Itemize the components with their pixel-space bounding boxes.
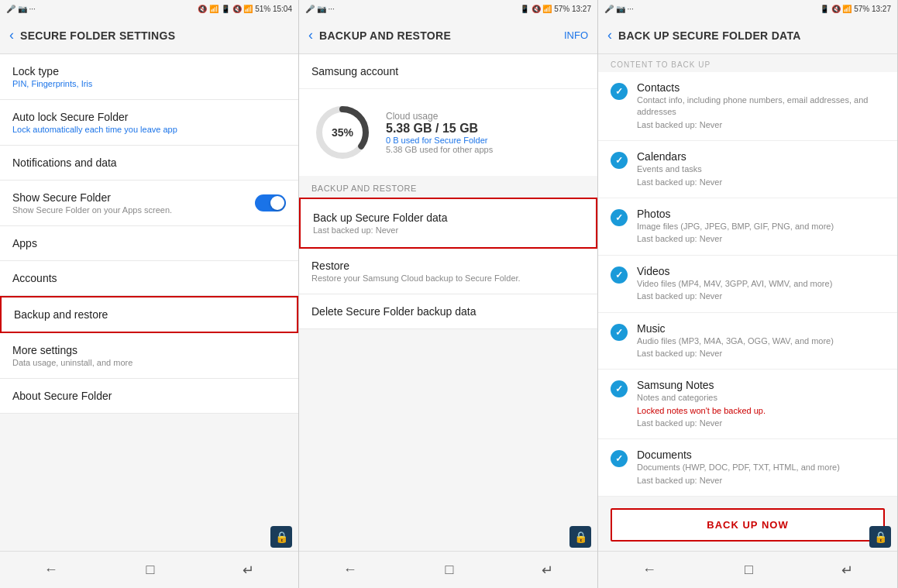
restore-item[interactable]: Restore Restore your Samsung Cloud backu… [299,249,597,294]
page-title-2: BACKUP AND RESTORE [319,29,451,42]
check-photos[interactable] [611,209,628,226]
setting-lock-type[interactable]: Lock type PIN, Fingerprints, Iris [0,54,298,100]
setting-apps[interactable]: Apps [0,226,298,261]
backup-item-samsung-notes[interactable]: Samsung Notes Notes and categories Locke… [598,370,897,439]
bottom-nav-2: ← □ ↵ [299,551,597,588]
settings-list-1: Lock type PIN, Fingerprints, Iris Auto l… [0,54,298,551]
backup-info-contacts: Contacts Contact info, including phone n… [637,81,885,131]
nav-back-2[interactable]: ← [343,562,357,578]
check-videos[interactable] [611,266,628,284]
nav-recents-3[interactable]: ↵ [841,562,853,579]
setting-notifications[interactable]: Notifications and data [0,146,298,181]
cloud-size: 5.38 GB / 15 GB [386,122,493,136]
top-bar-1: ‹ SECURE FOLDER SETTINGS [0,17,298,54]
status-left-2: 🎤 📷 ··· [305,5,335,13]
samsung-account-item[interactable]: Samsung account [299,54,597,89]
setting-more-settings[interactable]: More settings Data usage, uninstall, and… [0,333,298,379]
content-to-back-up-label: CONTENT TO BACK UP [598,54,897,72]
nav-back-3[interactable]: ← [642,562,656,578]
top-bar-2: ‹ BACKUP AND RESTORE INFO [299,17,597,54]
secure-folder-icon-3: 🔒 [869,526,891,548]
donut-label: 35% [332,126,353,139]
status-left-1: 🎤 📷 ··· [6,5,36,13]
status-right-2: 📱 🔇 📶 57% 13:27 [520,5,591,13]
backup-item-documents[interactable]: Documents Documents (HWP, DOC, PDF, TXT,… [598,439,897,497]
setting-auto-lock[interactable]: Auto lock Secure Folder Lock automatical… [0,100,298,146]
panel-back-up-secure-folder-data: 🎤 📷 ··· 📱 🔇 📶 57% 13:27 ‹ BACK UP SECURE… [598,0,898,588]
cloud-info: Cloud usage 5.38 GB / 15 GB 0 B used for… [386,111,493,154]
bottom-nav-1: ← □ ↵ [0,551,298,588]
secure-folder-icon-1: 🔒 [270,526,292,548]
page-title-1: SECURE FOLDER SETTINGS [20,29,175,42]
nav-home-2[interactable]: □ [446,562,454,578]
backup-info-calendars: Calendars Events and tasks Last backed u… [637,150,722,188]
status-bar-2: 🎤 📷 ··· 📱 🔇 📶 57% 13:27 [299,0,597,17]
check-documents[interactable] [611,450,628,467]
check-contacts[interactable] [611,83,628,100]
nav-home-3[interactable]: □ [745,562,753,578]
backup-section-label: BACKUP AND RESTORE [299,176,597,198]
cloud-usage-section: 35% Cloud usage 5.38 GB / 15 GB 0 B used… [299,89,597,176]
nav-back-1[interactable]: ← [44,562,58,578]
back-up-now-button[interactable]: BACK UP NOW [611,508,885,542]
nav-recents-1[interactable]: ↵ [243,562,254,579]
setting-accounts[interactable]: Accounts [0,261,298,296]
status-bar-1: 🎤 📷 ··· 🔇 📶 📱 🔇 📶 51% 15:04 [0,0,298,17]
samsung-account-label: Samsung account [311,65,398,77]
setting-show-secure-folder[interactable]: Show Secure Folder Show Secure Folder on… [0,181,298,226]
donut-chart: 35% [311,101,373,163]
cloud-secure-used: 0 B used for Secure Folder [386,136,493,145]
status-bar-3: 🎤 📷 ··· 📱 🔇 📶 57% 13:27 [598,0,897,17]
nav-home-1[interactable]: □ [146,562,155,578]
backup-item-contacts[interactable]: Contacts Contact info, including phone n… [598,72,897,141]
check-samsung-notes[interactable] [611,380,628,397]
page-title-3: BACK UP SECURE FOLDER DATA [618,29,801,42]
panel-secure-folder-settings: 🎤 📷 ··· 🔇 📶 📱 🔇 📶 51% 15:04 ‹ SECURE FOL… [0,0,299,588]
backup-item-photos[interactable]: Photos Image files (JPG, JPEG, BMP, GIF,… [598,198,897,256]
info-button[interactable]: INFO [564,29,588,41]
setting-about[interactable]: About Secure Folder [0,379,298,414]
cloud-usage-title: Cloud usage [386,111,493,122]
backup-info-videos: Videos Video files (MP4, M4V, 3GPP, AVI,… [637,265,832,303]
delete-backup-item[interactable]: Delete Secure Folder backup data [299,294,597,329]
secure-folder-icon-2: 🔒 [569,526,591,548]
show-secure-folder-toggle[interactable] [255,194,286,211]
backup-item-calendars[interactable]: Calendars Events and tasks Last backed u… [598,141,897,198]
status-right-1: 🔇 📶 📱 🔇 📶 51% 15:04 [198,5,292,13]
backup-info-documents: Documents Documents (HWP, DOC, PDF, TXT,… [637,449,840,487]
status-right-3: 📱 🔇 📶 57% 13:27 [820,5,891,13]
status-left-3: 🎤 📷 ··· [604,5,634,13]
backup-restore-content: Samsung account 35% Cloud usage 5.38 GB … [299,54,597,551]
back-button-2[interactable]: ‹ [308,27,313,43]
backup-items-content: CONTENT TO BACK UP Contacts Contact info… [598,54,897,499]
backup-info-photos: Photos Image files (JPG, JPEG, BMP, GIF,… [637,208,834,246]
backup-info-samsung-notes: Samsung Notes Notes and categories Locke… [637,379,766,429]
back-button-3[interactable]: ‹ [607,27,612,43]
check-calendars[interactable] [611,152,628,169]
back-button-1[interactable]: ‹ [9,27,14,43]
panel-backup-and-restore: 🎤 📷 ··· 📱 🔇 📶 57% 13:27 ‹ BACKUP AND RES… [299,0,598,588]
bottom-nav-3: ← □ ↵ [598,551,897,588]
backup-secure-folder-item[interactable]: Back up Secure Folder data Last backed u… [299,198,597,249]
backup-item-videos[interactable]: Videos Video files (MP4, M4V, 3GPP, AVI,… [598,256,897,313]
check-music[interactable] [611,324,628,341]
top-bar-3: ‹ BACK UP SECURE FOLDER DATA [598,17,897,54]
backup-info-music: Music Audio files (MP3, M4A, 3GA, OGG, W… [637,322,834,360]
cloud-other-used: 5.38 GB used for other apps [386,145,493,154]
backup-item-music[interactable]: Music Audio files (MP3, M4A, 3GA, OGG, W… [598,313,897,370]
nav-recents-2[interactable]: ↵ [542,562,553,579]
setting-backup-restore[interactable]: Backup and restore [0,296,298,333]
